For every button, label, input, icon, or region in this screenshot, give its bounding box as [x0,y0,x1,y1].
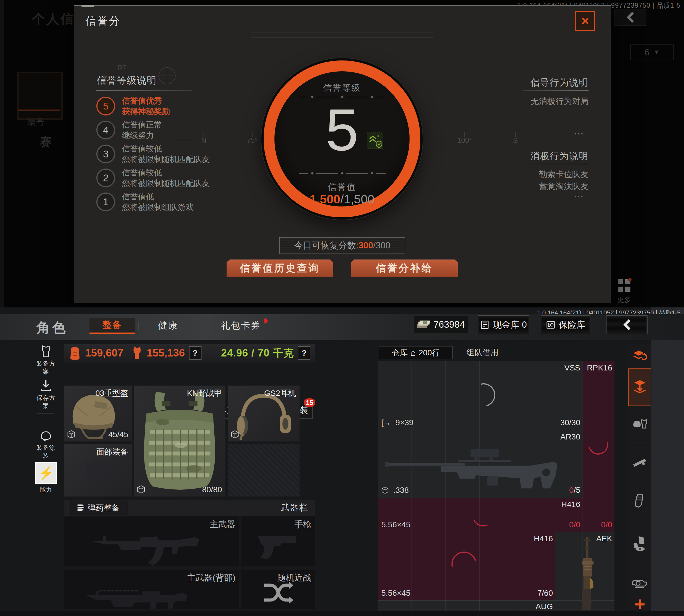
magazine-icon [634,494,645,510]
tab-loadout[interactable]: 整备 [90,318,135,334]
insurance-vault-label: 保险库 [559,319,585,331]
level-line2: 获得神秘奖励 [122,106,170,117]
level-line2: 您将被限制随机匹配队友 [122,178,210,189]
sidebar-label: 装备方案 [34,360,58,376]
primary-weapon-slot[interactable]: 主武器 [64,516,239,566]
ammo-row: 弹药整备 武器栏 [64,500,315,515]
primary-back-weapon-slot[interactable]: 主武器(背部) [64,570,239,609]
right-background-panel [651,307,684,611]
extra-mag-count: 0/0 [601,520,612,529]
level-line2: 您将被限制随机匹配队友 [122,154,210,164]
toolbar-divider [632,523,648,523]
tab-divider [207,322,207,330]
sidebar-item-ability[interactable]: ⚡ 能力 [34,462,58,494]
screen: 1.0.164.164(21) | 04011052 | 9977239750 … [0,0,684,616]
helmet-paint-icon [39,430,53,442]
back-button[interactable] [606,315,647,334]
weapon-filter-button[interactable] [629,450,651,474]
deposit-filter-button[interactable] [629,369,651,406]
tab-health[interactable]: 健康 [151,318,185,334]
item-name-aug: AUG [535,602,553,611]
tab-giftpacks[interactable]: 礼包卡券 [216,318,265,334]
h416-ammo-type: 5.56×45 [381,520,410,529]
decorative-line [173,140,193,140]
recover-label: 今日可恢复分数: [294,240,359,251]
sidebar-item-loadout-plan[interactable]: 装备方案 [34,345,58,376]
close-icon[interactable]: × [575,11,595,31]
toolbar-divider [632,565,648,565]
optic-filter-button[interactable] [629,571,651,597]
score-max: /1,500 [340,192,374,206]
recover-value: 300 [359,240,373,251]
armor-filter-button[interactable] [629,413,651,435]
warehouse-rows: 200行 [419,347,440,358]
tab-warehouse[interactable]: 仓库 ⌂ 200行 [379,346,453,359]
deposit-icon [633,379,647,395]
sidebar-label: 装备涂装 [34,444,58,460]
warehouse-label: 仓库 [392,347,408,358]
safe-icon [546,320,555,330]
sidebar-item-gear-skins[interactable]: 装备涂装 [34,430,58,460]
melee-slot[interactable]: 随机近战 [242,570,315,609]
ar30-mag-count: 0/5 [569,486,580,495]
vest-slot[interactable]: KN野战甲 80/80 [134,386,225,497]
shuffle-icon [263,580,294,606]
cash-vault-button[interactable]: 现金库 0 [478,315,529,334]
weapon-bar-label: 武器栏 [281,502,309,514]
insurance-vault-button[interactable]: 保险库 [541,315,590,334]
credit-level-3: 3 信誉值较低 您将被限制随机匹配队友 [96,142,233,166]
crate-icon [137,485,145,494]
level-line1: 信誉值正常 [122,119,162,130]
compass-label-s: |S [504,131,527,145]
face-gear-slot[interactable]: 面部装备 [64,444,132,497]
equipment-panel: 159,607 155,136 ? 24.96 / 70 千克 ? 快速装备 再… [64,344,315,609]
tab-divider [138,322,138,330]
level-line1: 信誉值较低 [122,144,210,154]
credit-history-button[interactable]: 信誉值历史查询 [227,260,333,277]
pistol-slot[interactable]: 手枪 [242,516,315,566]
chevron-left-icon [623,319,631,331]
sidebar-item-save-plan[interactable]: 保存方案 [34,379,58,410]
headset-slot[interactable]: GS2耳机 [228,386,299,441]
level-circle: 1 [96,193,115,211]
armor-filter-icon [632,418,647,430]
ar30-rifle-image [385,441,570,489]
credit-supply-button[interactable]: 信誉分补给 [351,260,458,277]
level-circle: 3 [96,145,115,163]
vest-image [137,390,222,493]
advocate-more[interactable]: ⋯ [574,128,585,139]
bottom-strip [0,611,684,616]
advocate-title: 倡导行为说明 [530,76,589,89]
score-current: 1,500 [310,192,340,206]
ammo-filter-icon [633,536,647,551]
negative-more[interactable]: ⋯ [574,191,585,202]
ammo-filter-button[interactable] [629,530,651,557]
toolbar-divider [632,443,648,443]
ar30-ammo-type: .338 [381,486,409,495]
vss-mag-count: 30/30 [560,418,580,427]
download-icon [39,379,52,392]
tab-squad-borrow[interactable]: 组队借用 [455,346,509,359]
item-name-ar30: AR30 [560,432,580,441]
ammo-loadout-button[interactable]: 弹药整备 [68,501,128,515]
level-line2: 继续努力 [122,130,162,140]
helmet-slot[interactable]: 03重型盔 45/45 [64,386,132,441]
sidebar-label: 能力 [34,486,58,494]
magazine-filter-button[interactable] [629,488,651,515]
sort-refresh-button[interactable] [629,347,651,364]
h416-2-ammo-type: 5.56×45 [381,589,410,598]
empty-gear-slot[interactable] [228,444,299,497]
vest-capacity: 155,136 [147,347,185,359]
sidebar-label: 保存方案 [34,394,58,410]
weight-help-button[interactable]: ? [298,346,310,360]
capacity-help-button[interactable]: ? [189,346,202,360]
advocate-item: 无消极行为对局 [531,96,589,107]
backpack-icon [69,346,81,360]
weapon-filter-icon [632,456,648,468]
rpk16-cell-bg[interactable] [583,361,614,498]
gauge-level-label: 信誉等级 [264,82,420,94]
add-tab-button[interactable]: + [629,598,651,610]
negative-title: 消极行为说明 [530,150,589,162]
credit-level-5: 5 信誉值优秀 获得神秘奖励 [96,94,233,118]
lightning-icon: ⚡ [35,462,57,484]
